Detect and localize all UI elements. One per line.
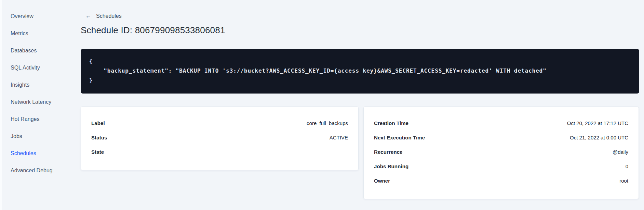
sidebar-item[interactable]: Databases bbox=[11, 42, 69, 59]
sidebar-item-label: Jobs bbox=[11, 133, 22, 139]
detail-row: Jobs Running 0 bbox=[374, 159, 628, 173]
detail-row-value: Oct 21, 2022 at 0:00 UTC bbox=[570, 135, 628, 140]
sidebar-item[interactable]: Schedules bbox=[11, 145, 69, 162]
code-line: { bbox=[89, 57, 631, 66]
detail-row-value: root bbox=[619, 178, 628, 184]
detail-row: Status ACTIVE bbox=[91, 130, 348, 145]
sidebar-item-label: Hot Ranges bbox=[11, 116, 40, 122]
sidebar-item[interactable]: Jobs bbox=[11, 128, 69, 145]
detail-row-label: Jobs Running bbox=[374, 163, 408, 169]
sidebar-item-label: Schedules bbox=[11, 150, 36, 157]
backup-statement-code-block: { "backup_statement": "BACKUP INTO 's3:/… bbox=[81, 49, 639, 94]
sidebar-item[interactable]: Metrics bbox=[11, 25, 69, 42]
detail-row-label: Label bbox=[91, 120, 105, 126]
detail-row-value: core_full_backups bbox=[307, 120, 348, 126]
detail-row-label: Recurrence bbox=[374, 149, 403, 155]
detail-cards-row: Label core_full_backups Status ACTIVE St… bbox=[81, 107, 639, 199]
detail-row-label: Status bbox=[91, 135, 107, 140]
detail-row: Creation Time Oct 20, 2022 at 17:12 UTC bbox=[374, 116, 628, 130]
sidebar-nav: Overview Metrics Databases SQL Activity … bbox=[11, 8, 69, 179]
detail-row-value: Oct 20, 2022 at 17:12 UTC bbox=[567, 120, 628, 126]
page-title: Schedule ID: 806799098533806081 bbox=[81, 25, 639, 36]
sidebar-item[interactable]: SQL Activity bbox=[11, 59, 69, 76]
sidebar-item-label: Overview bbox=[11, 13, 33, 20]
detail-row-label: Owner bbox=[374, 178, 390, 184]
sidebar-item-label: Databases bbox=[11, 48, 37, 54]
code-line: } bbox=[89, 76, 631, 85]
detail-row: Label core_full_backups bbox=[91, 116, 348, 130]
detail-row-label: Next Execution Time bbox=[374, 135, 425, 140]
sidebar-item-label: Network Latency bbox=[11, 99, 51, 105]
detail-row-label: Creation Time bbox=[374, 120, 408, 126]
detail-row: Recurrence @daily bbox=[374, 145, 628, 159]
sidebar-item[interactable]: Insights bbox=[11, 76, 69, 94]
sidebar-item[interactable]: Advanced Debug bbox=[11, 162, 69, 179]
back-to-schedules-link[interactable]: ← Schedules bbox=[81, 12, 122, 20]
sidebar-item-label: Metrics bbox=[11, 30, 28, 37]
schedule-timing-card: Creation Time Oct 20, 2022 at 17:12 UTC … bbox=[363, 107, 639, 199]
detail-row-value: ACTIVE bbox=[330, 135, 348, 140]
schedule-details-card: Label core_full_backups Status ACTIVE St… bbox=[81, 107, 359, 170]
sidebar-item-label: Advanced Debug bbox=[11, 168, 53, 174]
main-content: ← Schedules Schedule ID: 806799098533806… bbox=[81, 0, 639, 199]
sidebar-item[interactable]: Hot Ranges bbox=[11, 111, 69, 128]
detail-row: Next Execution Time Oct 21, 2022 at 0:00… bbox=[374, 130, 628, 145]
detail-row: State bbox=[91, 145, 348, 159]
detail-row-label: State bbox=[91, 149, 104, 155]
detail-row: Owner root bbox=[374, 173, 628, 188]
detail-row-value: 0 bbox=[626, 163, 628, 169]
sidebar-item[interactable]: Overview bbox=[11, 8, 69, 25]
sidebar-item[interactable]: Network Latency bbox=[11, 94, 69, 111]
window-left-edge bbox=[0, 0, 2, 210]
sidebar-item-label: Insights bbox=[11, 82, 29, 88]
code-line: "backup_statement": "BACKUP INTO 's3://b… bbox=[89, 66, 631, 76]
back-link-label: Schedules bbox=[96, 13, 122, 19]
detail-row-value: @daily bbox=[613, 149, 628, 155]
back-arrow-icon: ← bbox=[85, 12, 91, 20]
sidebar-item-label: SQL Activity bbox=[11, 65, 40, 71]
